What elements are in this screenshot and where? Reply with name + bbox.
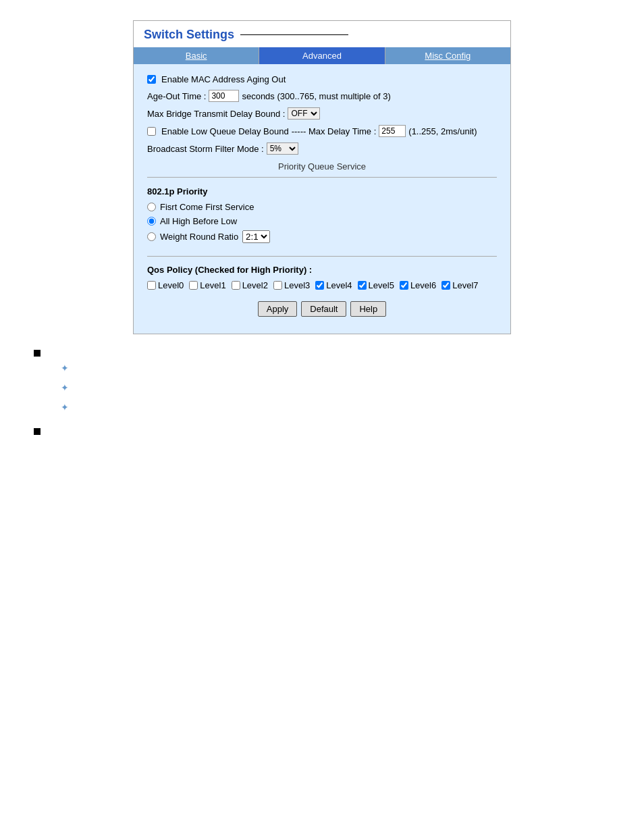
level6-checkbox[interactable] xyxy=(400,281,408,290)
max-bridge-row: Max Bridge Transmit Delay Bound : OFF 1s… xyxy=(147,107,497,120)
level3-label: Level3 xyxy=(284,280,310,290)
level4-item: Level4 xyxy=(315,280,352,290)
low-queue-checkbox[interactable] xyxy=(147,127,156,136)
level2-checkbox[interactable] xyxy=(232,281,240,290)
level3-item: Level3 xyxy=(273,280,310,290)
diamond-icon-1-2: ✦ xyxy=(61,382,69,393)
tab-advanced-label: Advanced xyxy=(302,51,342,61)
broadcast-select[interactable]: 5% 10% 15% 20% 25% xyxy=(267,142,298,155)
diamond-icon-1-3: ✦ xyxy=(61,402,69,413)
tab-basic[interactable]: Basic xyxy=(134,47,259,64)
bullet-main-2 xyxy=(34,426,610,435)
tab-misc-config-link[interactable]: Misc Config xyxy=(425,51,471,61)
max-delay-label: ----- Max Delay Time : xyxy=(292,126,377,136)
age-out-input[interactable]: 300 xyxy=(209,90,239,102)
radio-first-come-input[interactable] xyxy=(147,203,156,211)
age-out-row: Age-Out Time : 300 seconds (300..765, mu… xyxy=(147,90,497,102)
radio-first-come-label: Fisrt Come First Service xyxy=(160,202,254,212)
content-area: Enable MAC Address Aging Out Age-Out Tim… xyxy=(134,64,510,334)
page-title-link[interactable]: Switch Settings xyxy=(144,28,234,41)
radio-all-high-label: All High Before Low xyxy=(160,216,237,226)
radio-weight-round-input[interactable] xyxy=(147,232,156,241)
help-button[interactable]: Help xyxy=(350,301,386,317)
level0-label: Level0 xyxy=(158,280,184,290)
bullet-square-2 xyxy=(34,428,41,435)
mac-aging-row: Enable MAC Address Aging Out xyxy=(147,74,497,84)
level7-label: Level7 xyxy=(452,280,478,290)
age-out-label: Age-Out Time : xyxy=(147,91,206,101)
radio-first-come: Fisrt Come First Service xyxy=(147,202,497,212)
page-wrapper: Switch Settings Basic Advanced Misc Conf… xyxy=(0,0,644,834)
radio-weight-round: Weight Round Ratio 2:1 4:1 8:1 xyxy=(147,230,497,243)
level6-label: Level6 xyxy=(410,280,436,290)
bullet-section-1: ✦ ✦ ✦ xyxy=(34,348,610,413)
level2-item: Level2 xyxy=(232,280,268,290)
qos-heading: Qos Policy (Checked for High Priority) : xyxy=(147,265,497,275)
max-bridge-select[interactable]: OFF 1sec 2sec 4sec xyxy=(288,107,320,120)
sub-bullet-1-3: ✦ xyxy=(61,401,610,413)
level0-checkbox[interactable] xyxy=(147,281,156,290)
low-queue-text: Enable Low Queue Delay Bound xyxy=(161,126,289,136)
default-button[interactable]: Default xyxy=(301,301,346,317)
level7-item: Level7 xyxy=(441,280,478,290)
bullet-main-1 xyxy=(34,348,610,357)
level5-item: Level5 xyxy=(358,280,394,290)
low-queue-row: Enable Low Queue Delay Bound ----- Max D… xyxy=(147,125,497,137)
weight-round-select[interactable]: 2:1 4:1 8:1 xyxy=(242,230,270,243)
sub-bullet-1-1: ✦ xyxy=(61,362,610,373)
priority-heading: 802.1p Priority xyxy=(147,186,497,197)
level7-checkbox[interactable] xyxy=(441,281,450,290)
tab-basic-link[interactable]: Basic xyxy=(186,51,207,61)
broadcast-row: Broadcast Storm Filter Mode : 5% 10% 15%… xyxy=(147,142,497,155)
button-row: Apply Default Help xyxy=(147,301,497,323)
tab-advanced[interactable]: Advanced xyxy=(259,47,385,64)
age-out-suffix: seconds (300..765, must multiple of 3) xyxy=(242,91,390,101)
title-underline xyxy=(240,34,348,35)
level4-checkbox[interactable] xyxy=(315,281,324,290)
low-queue-label[interactable]: Enable Low Queue Delay Bound xyxy=(147,126,289,136)
max-delay-input[interactable] xyxy=(379,125,406,137)
divider-top xyxy=(147,177,497,178)
priority-section: 802.1p Priority Fisrt Come First Service… xyxy=(147,183,497,251)
level2-label: Level2 xyxy=(242,280,268,290)
qos-section: Qos Policy (Checked for High Priority) :… xyxy=(147,265,497,290)
priority-queue-title: Priority Queue Service xyxy=(147,161,497,172)
level1-item: Level1 xyxy=(189,280,225,290)
radio-all-high: All High Before Low xyxy=(147,216,497,226)
tab-bar: Basic Advanced Misc Config xyxy=(134,47,510,64)
title-bar: Switch Settings xyxy=(134,21,510,47)
broadcast-label: Broadcast Storm Filter Mode : xyxy=(147,144,264,154)
apply-button[interactable]: Apply xyxy=(258,301,298,317)
level-row: Level0 Level1 Level2 Level3 xyxy=(147,280,497,290)
max-delay-suffix: (1..255, 2ms/unit) xyxy=(408,126,477,136)
sub-bullets-1: ✦ ✦ ✦ xyxy=(61,362,610,413)
level5-checkbox[interactable] xyxy=(358,281,367,290)
mac-aging-checkbox[interactable] xyxy=(147,75,156,84)
level6-item: Level6 xyxy=(400,280,436,290)
mac-aging-text: Enable MAC Address Aging Out xyxy=(161,74,286,84)
max-bridge-label: Max Bridge Transmit Delay Bound : xyxy=(147,109,285,119)
diamond-icon-1-1: ✦ xyxy=(61,363,69,373)
level5-label: Level5 xyxy=(369,280,394,290)
radio-weight-round-label: Weight Round Ratio xyxy=(160,232,238,242)
level1-label: Level1 xyxy=(200,280,225,290)
level4-label: Level4 xyxy=(326,280,352,290)
level3-checkbox[interactable] xyxy=(273,281,282,290)
divider-bottom xyxy=(147,256,497,257)
bullet-square-1 xyxy=(34,350,41,357)
mac-aging-label[interactable]: Enable MAC Address Aging Out xyxy=(147,74,286,84)
level0-item: Level0 xyxy=(147,280,184,290)
level1-checkbox[interactable] xyxy=(189,281,198,290)
sub-bullet-1-2: ✦ xyxy=(61,382,610,393)
main-container: Switch Settings Basic Advanced Misc Conf… xyxy=(133,20,511,334)
bullet-section-2 xyxy=(34,426,610,435)
tab-misc-config[interactable]: Misc Config xyxy=(385,47,510,64)
radio-all-high-input[interactable] xyxy=(147,217,156,226)
